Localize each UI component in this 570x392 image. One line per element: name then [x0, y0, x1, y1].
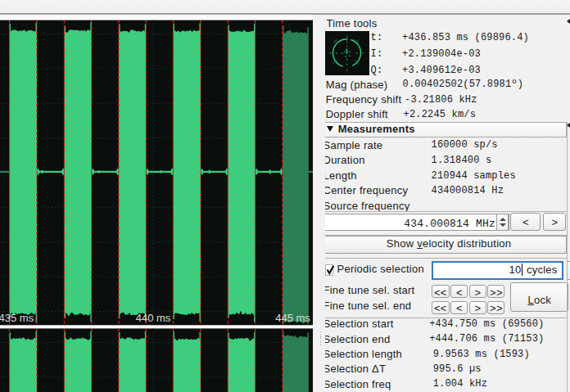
svg-text:440 ms: 440 ms [136, 312, 171, 324]
svg-text:445 ms: 445 ms [275, 312, 310, 324]
svg-text:435 ms: 435 ms [0, 312, 34, 324]
